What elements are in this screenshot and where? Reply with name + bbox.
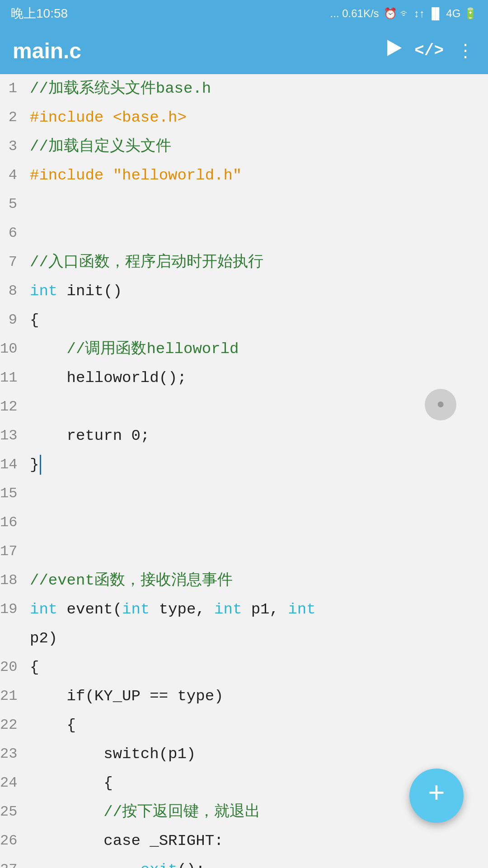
line-number: 25: [0, 797, 25, 826]
code-line: 3 //加载自定义头文件: [0, 132, 488, 161]
app-actions: </> ⋮: [385, 40, 475, 62]
code-line: 5: [0, 190, 488, 219]
line-number: 8: [0, 277, 25, 306]
line-content[interactable]: {: [25, 711, 488, 740]
line-number: 11: [0, 363, 25, 392]
scroll-helper[interactable]: ●: [425, 389, 456, 420]
code-line: 17: [0, 537, 488, 566]
status-time: 晚上10:58: [11, 5, 68, 22]
overflow-menu-button[interactable]: ⋮: [456, 40, 475, 62]
line-number: 9: [0, 306, 25, 335]
code-line: 21 if(KY_UP == type): [0, 682, 488, 711]
code-line: 15: [0, 479, 488, 508]
line-number: 1: [0, 74, 25, 103]
code-view-button[interactable]: </>: [414, 42, 444, 60]
network-speed: ... 0.61K/s: [330, 7, 379, 20]
line-number: 22: [0, 711, 25, 740]
line-content[interactable]: {: [25, 306, 488, 335]
line-content[interactable]: [25, 479, 488, 508]
line-content[interactable]: #include <base.h>: [25, 103, 488, 132]
add-fab-button[interactable]: +: [409, 769, 464, 823]
line-content[interactable]: int init(): [25, 277, 488, 306]
line-number: 24: [0, 769, 25, 797]
code-line: 23 switch(p1): [0, 740, 488, 769]
code-line: 26 case _SRIGHT:: [0, 826, 488, 855]
line-content[interactable]: [25, 392, 488, 421]
line-number: 18: [0, 566, 25, 595]
file-title: main.c: [13, 38, 81, 63]
line-content[interactable]: case _SRIGHT:: [25, 826, 488, 855]
line-number: 3: [0, 132, 25, 161]
scroll-icon: ●: [436, 397, 445, 412]
run-button[interactable]: [385, 40, 402, 61]
line-number: 16: [0, 508, 25, 537]
line-number: 26: [0, 826, 25, 855]
line-content[interactable]: //加载系统头文件base.h: [25, 74, 488, 103]
line-content[interactable]: //调用函数helloworld: [25, 335, 488, 363]
app-bar: main.c </> ⋮: [0, 27, 488, 74]
line-content[interactable]: [25, 508, 488, 537]
line-number: 10: [0, 335, 25, 363]
line-number: 17: [0, 537, 25, 566]
code-line: 16: [0, 508, 488, 537]
add-icon: +: [428, 780, 445, 809]
play-icon: [387, 40, 402, 56]
line-number: 19: [0, 595, 25, 624]
line-content[interactable]: //加载自定义头文件: [25, 132, 488, 161]
line-number: 21: [0, 682, 25, 711]
code-line: 18 //event函数，接收消息事件: [0, 566, 488, 595]
line-content[interactable]: //入口函数，程序启动时开始执行: [25, 248, 488, 277]
line-content[interactable]: int event(int type, int p1, int p2): [25, 595, 488, 653]
line-number: 15: [0, 479, 25, 508]
line-number: 23: [0, 740, 25, 769]
line-content[interactable]: //event函数，接收消息事件: [25, 566, 488, 595]
line-number: 12: [0, 392, 25, 421]
line-content[interactable]: switch(p1): [25, 740, 488, 769]
line-number: 2: [0, 103, 25, 132]
code-line: 14 }: [0, 450, 488, 479]
code-line: 10 //调用函数helloworld: [0, 335, 488, 363]
code-line: 11 helloworld();: [0, 363, 488, 392]
code-line: 1 //加载系统头文件base.h: [0, 74, 488, 103]
line-number: 27: [0, 855, 25, 868]
code-line: 9 {: [0, 306, 488, 335]
code-line: 8 int init(): [0, 277, 488, 306]
line-content[interactable]: [25, 219, 488, 248]
line-number: 13: [0, 421, 25, 450]
code-line: 6: [0, 219, 488, 248]
text-cursor: [40, 455, 41, 475]
code-line: 13 return 0;: [0, 421, 488, 450]
line-content[interactable]: if(KY_UP == type): [25, 682, 488, 711]
code-line: 22 {: [0, 711, 488, 740]
code-editor: 1 //加载系统头文件base.h 2 #include <base.h> 3 …: [0, 74, 488, 868]
line-content[interactable]: {: [25, 653, 488, 682]
status-system-icons: ⏰ ᯤ ↕↑ ▐▌ 4G 🔋: [384, 7, 477, 20]
line-content[interactable]: }: [25, 450, 488, 479]
code-line: 4 #include "helloworld.h": [0, 161, 488, 190]
line-content[interactable]: helloworld();: [25, 363, 488, 392]
line-content[interactable]: [25, 190, 488, 219]
code-line: 2 #include <base.h>: [0, 103, 488, 132]
code-line: 20 {: [0, 653, 488, 682]
line-content[interactable]: [25, 537, 488, 566]
code-line: 27 exit();: [0, 855, 488, 868]
line-content[interactable]: #include "helloworld.h": [25, 161, 488, 190]
code-line: 19 int event(int type, int p1, int p2): [0, 595, 488, 653]
line-content[interactable]: exit();: [25, 855, 488, 868]
line-number: 4: [0, 161, 25, 190]
status-bar: 晚上10:58 ... 0.61K/s ⏰ ᯤ ↕↑ ▐▌ 4G 🔋: [0, 0, 488, 27]
line-number: 14: [0, 450, 25, 479]
line-number: 6: [0, 219, 25, 248]
code-line: 12: [0, 392, 488, 421]
line-number: 5: [0, 190, 25, 219]
line-content[interactable]: return 0;: [25, 421, 488, 450]
line-number: 20: [0, 653, 25, 682]
status-icons: ... 0.61K/s ⏰ ᯤ ↕↑ ▐▌ 4G 🔋: [330, 7, 477, 20]
line-number: 7: [0, 248, 25, 277]
code-line: 7 //入口函数，程序启动时开始执行: [0, 248, 488, 277]
